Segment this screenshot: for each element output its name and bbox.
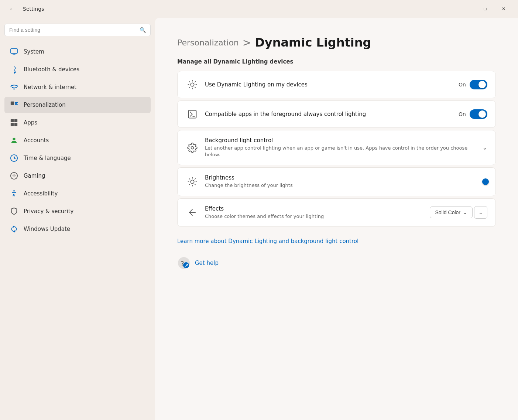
close-button[interactable]: ✕ [495, 3, 512, 15]
learn-more-link[interactable]: Learn more about Dynamic Lighting and ba… [177, 238, 359, 245]
compatible-apps-title: Compatible apps in the foreground always… [205, 111, 453, 117]
sidebar-item-label-network: Network & internet [24, 84, 76, 91]
dynamic-lighting-card: Use Dynamic Lighting on my devices On [177, 71, 496, 98]
svg-point-10 [14, 175, 16, 177]
content-area: Personalization > Dynamic Lighting Manag… [155, 18, 518, 420]
sidebar-item-label-system: System [24, 48, 44, 55]
svg-rect-1 [11, 102, 14, 105]
compatible-apps-status: On [459, 111, 466, 117]
privacy-icon [10, 207, 18, 216]
svg-point-6 [13, 138, 15, 140]
svg-rect-2 [11, 119, 14, 122]
titlebar: ← Settings — □ ✕ [0, 0, 518, 18]
sidebar-item-label-apps: Apps [24, 119, 37, 126]
get-help-section: ? ↗ Get help [177, 256, 496, 270]
minimize-button[interactable]: — [458, 3, 475, 15]
app-title: Settings [23, 6, 44, 12]
dynamic-lighting-content: Use Dynamic Lighting on my devices [205, 81, 453, 88]
get-help-icon: ? ↗ [177, 256, 191, 270]
svg-rect-3 [14, 119, 17, 122]
dynamic-lighting-right: On [459, 80, 487, 89]
svg-point-9 [13, 175, 14, 177]
sidebar-item-update[interactable]: Windows Update [4, 221, 151, 237]
sidebar-item-label-bluetooth: Bluetooth & devices [24, 66, 79, 73]
sidebar-item-label-accessibility: Accessibility [24, 190, 58, 197]
sidebar-item-label-update: Windows Update [24, 226, 70, 232]
personalization-icon [10, 100, 18, 109]
breadcrumb-separator: > [243, 37, 251, 49]
sidebar-item-accessibility[interactable]: Accessibility [4, 185, 151, 202]
brightness-desc: Change the brightness of your lights [205, 182, 481, 189]
svg-point-14 [191, 83, 194, 86]
sidebar-item-label-privacy: Privacy & security [24, 208, 73, 215]
system-icon [10, 47, 18, 56]
search-input[interactable] [9, 27, 137, 33]
sidebar-item-bluetooth[interactable]: Bluetooth & devices [4, 61, 151, 78]
background-control-right: ⌄ [483, 144, 487, 151]
background-control-title: Background light control [205, 137, 477, 144]
app-layout: 🔍 System Bluetooth & devices [0, 18, 518, 420]
sidebar-item-label-time: Time & language [24, 155, 71, 161]
compatible-apps-toggle[interactable] [470, 109, 487, 119]
bluetooth-icon [10, 65, 18, 74]
svg-text:↗: ↗ [185, 263, 188, 268]
svg-point-8 [11, 173, 17, 179]
sidebar-item-accounts[interactable]: Accounts [4, 132, 151, 148]
svg-point-13 [13, 190, 15, 192]
apps-icon [10, 118, 18, 127]
sidebar-item-system[interactable]: System [4, 44, 151, 60]
breadcrumb: Personalization > Dynamic Lighting [177, 35, 496, 49]
svg-point-16 [191, 146, 194, 149]
brightness-slider-thumb[interactable] [482, 178, 489, 185]
svg-point-11 [14, 174, 15, 175]
sidebar-item-label-accounts: Accounts [24, 137, 49, 144]
update-icon [10, 225, 18, 233]
sidebar-item-label-personalization: Personalization [24, 102, 66, 108]
sidebar-item-personalization[interactable]: Personalization [4, 97, 151, 113]
effects-selected-value: Solid Color [435, 209, 460, 215]
effects-title: Effects [205, 205, 424, 212]
get-help-link[interactable]: Get help [195, 260, 219, 266]
dynamic-lighting-title: Use Dynamic Lighting on my devices [205, 81, 453, 88]
background-control-chevron[interactable]: ⌄ [483, 144, 487, 151]
compatible-apps-content: Compatible apps in the foreground always… [205, 111, 453, 117]
effects-content: Effects Choose color themes and effects … [205, 205, 424, 220]
sidebar-item-time[interactable]: Time & language [4, 150, 151, 166]
sidebar: 🔍 System Bluetooth & devices [0, 18, 155, 420]
accessibility-icon [10, 189, 18, 198]
window-controls: — □ ✕ [458, 3, 512, 15]
effects-card: Effects Choose color themes and effects … [177, 198, 496, 227]
sidebar-item-apps[interactable]: Apps [4, 115, 151, 131]
maximize-button[interactable]: □ [477, 3, 494, 15]
background-control-desc: Let another app control lighting when an… [205, 145, 477, 158]
search-box[interactable]: 🔍 [4, 24, 151, 36]
sidebar-item-network[interactable]: Network & internet [4, 79, 151, 95]
background-control-icon [186, 141, 199, 154]
accounts-icon [10, 136, 18, 145]
sidebar-item-privacy[interactable]: Privacy & security [4, 203, 151, 219]
network-icon [10, 83, 18, 92]
dynamic-lighting-toggle[interactable] [470, 80, 487, 89]
svg-rect-5 [14, 123, 17, 126]
brightness-icon [186, 175, 199, 188]
dynamic-lighting-status: On [459, 82, 466, 88]
compatible-apps-icon [186, 107, 199, 121]
compatible-apps-right: On [459, 109, 487, 119]
effects-expand-icon: ⌄ [478, 209, 483, 215]
effects-dropdown-chevron-icon: ⌄ [463, 209, 467, 215]
back-button[interactable]: ← [6, 4, 18, 14]
effects-desc: Choose color themes and effects for your… [205, 213, 424, 220]
brightness-card: Brightness Change the brightness of your… [177, 167, 496, 196]
gaming-icon [10, 171, 18, 180]
background-control-content: Background light control Let another app… [205, 137, 477, 158]
sidebar-item-gaming[interactable]: Gaming [4, 168, 151, 184]
svg-point-17 [191, 180, 194, 183]
svg-point-12 [14, 176, 15, 177]
effects-icon [186, 206, 199, 219]
effects-expand-button[interactable]: ⌄ [474, 206, 487, 219]
sidebar-item-label-gaming: Gaming [24, 173, 45, 179]
svg-rect-0 [11, 49, 17, 54]
effects-dropdown-button[interactable]: Solid Color ⌄ [430, 206, 473, 218]
time-icon [10, 154, 18, 163]
background-control-card: Background light control Let another app… [177, 130, 496, 165]
